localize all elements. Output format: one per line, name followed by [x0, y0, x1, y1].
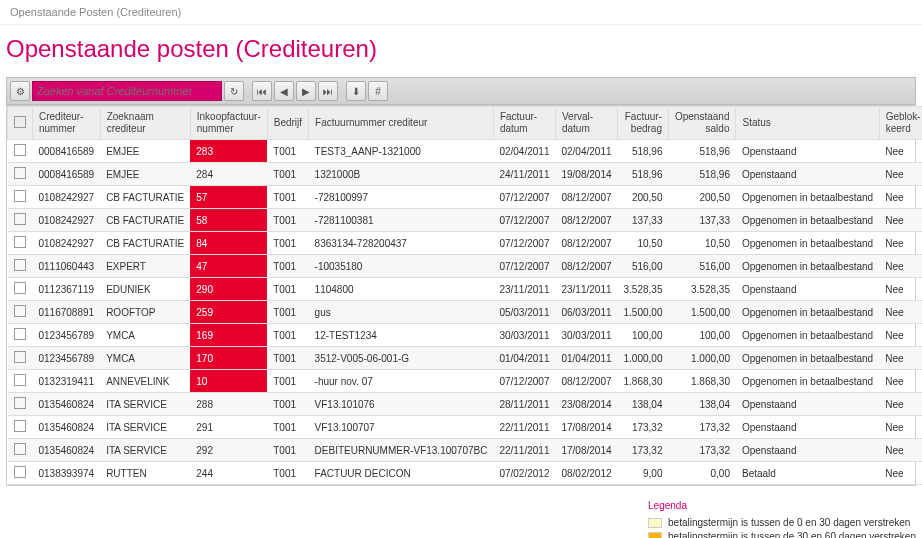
legend-text: betalingstermijn is tussen de 0 en 30 da… [668, 517, 910, 528]
table-row[interactable]: 0108242927CB FACTURATIE84T0018363134-728… [8, 232, 923, 255]
cell-factuurnummer: 8363134-728200437 [309, 232, 494, 255]
row-checkbox[interactable] [8, 462, 33, 485]
export-button[interactable]: ⬇ [346, 81, 366, 101]
nav-first-button[interactable]: ⏮ [252, 81, 272, 101]
cell-vervaldatum: 02/04/2011 [555, 140, 617, 163]
settings-button[interactable]: ⚙ [10, 81, 30, 101]
col-status[interactable]: Status [736, 107, 879, 140]
cell-inkoopfactuur: 169 [190, 324, 267, 347]
col-factuurnummer[interactable]: Factuurnummer crediteur [309, 107, 494, 140]
cell-zoeknaam: RUTTEN [100, 462, 190, 485]
col-factuurdatum[interactable]: Factuur- datum [493, 107, 555, 140]
col-factuurbedrag[interactable]: Factuur- bedrag [618, 107, 669, 140]
table-row[interactable]: 0112367119EDUNIEK290T001110480023/11/201… [8, 278, 923, 301]
row-checkbox[interactable] [8, 370, 33, 393]
cell-bedrijf: T001 [267, 370, 308, 393]
cell-factuurdatum: 30/03/2011 [493, 324, 555, 347]
row-checkbox[interactable] [8, 439, 33, 462]
col-openstaandsaldo[interactable]: Openstaand saldo [668, 107, 736, 140]
row-checkbox[interactable] [8, 301, 33, 324]
table-row[interactable]: 0008416589EMJEE283T001TEST3_AANP-1321000… [8, 140, 923, 163]
cell-factuurbedrag: 200,50 [618, 186, 669, 209]
cell-factuurnummer: 12-TEST1234 [309, 324, 494, 347]
cell-bedrijf: T001 [267, 301, 308, 324]
row-checkbox[interactable] [8, 186, 33, 209]
cell-geblokkeerd: Nee [879, 370, 922, 393]
cell-inkoopfactuur: 47 [190, 255, 267, 278]
cell-factuurnummer: FACTUUR DECICON [309, 462, 494, 485]
cell-factuurnummer: gus [309, 301, 494, 324]
cell-status: Betaald [736, 462, 879, 485]
cell-crediteurnummer: 0108242927 [33, 232, 101, 255]
row-checkbox[interactable] [8, 163, 33, 186]
cell-status: Opgenomen in betaalbestand [736, 186, 879, 209]
cell-factuurbedrag: 138,04 [618, 393, 669, 416]
cell-vervaldatum: 30/03/2011 [555, 324, 617, 347]
nav-last-button[interactable]: ⏭ [318, 81, 338, 101]
cell-vervaldatum: 08/12/2007 [555, 232, 617, 255]
col-crediteurnummer[interactable]: Crediteur- nummer [33, 107, 101, 140]
cell-status: Openstaand [736, 416, 879, 439]
cell-zoeknaam: ITA SERVICE [100, 393, 190, 416]
hash-button[interactable]: # [368, 81, 388, 101]
cell-status: Opgenomen in betaalbestand [736, 370, 879, 393]
col-bedrijf[interactable]: Bedrijf [267, 107, 308, 140]
cell-zoeknaam: EMJEE [100, 163, 190, 186]
cell-factuurbedrag: 1.000,00 [618, 347, 669, 370]
cell-zoeknaam: ANNEVELINK [100, 370, 190, 393]
table-row[interactable]: 0135460824ITA SERVICE292T001DEBITEURNUMM… [8, 439, 923, 462]
nav-prev-button[interactable]: ◀ [274, 81, 294, 101]
search-input[interactable] [32, 81, 222, 101]
cell-geblokkeerd: Nee [879, 186, 922, 209]
cell-inkoopfactuur: 283 [190, 140, 267, 163]
cell-zoeknaam: YMCA [100, 324, 190, 347]
table-row[interactable]: 0123456789YMCA170T0013512-V005-06-001-G0… [8, 347, 923, 370]
table-row[interactable]: 0132319411ANNEVELINK10T001-huur nov. 070… [8, 370, 923, 393]
cell-zoeknaam: ITA SERVICE [100, 416, 190, 439]
table-row[interactable]: 0108242927CB FACTURATIE58T001-7281100381… [8, 209, 923, 232]
col-zoeknaam[interactable]: Zoeknaam crediteur [100, 107, 190, 140]
cell-factuurdatum: 23/11/2011 [493, 278, 555, 301]
header-checkbox[interactable] [8, 107, 33, 140]
col-geblokkeerd[interactable]: Geblok- keerd [879, 107, 922, 140]
cell-inkoopfactuur: 57 [190, 186, 267, 209]
cell-factuurdatum: 07/02/2012 [493, 462, 555, 485]
cell-vervaldatum: 01/04/2011 [555, 347, 617, 370]
cell-vervaldatum: 08/12/2007 [555, 370, 617, 393]
cell-bedrijf: T001 [267, 140, 308, 163]
table-row[interactable]: 0116708891ROOFTOP259T001gus05/03/201106/… [8, 301, 923, 324]
row-checkbox[interactable] [8, 324, 33, 347]
table-row[interactable]: 0108242927CB FACTURATIE57T001-7281009970… [8, 186, 923, 209]
cell-zoeknaam: EMJEE [100, 140, 190, 163]
cell-factuurnummer: DEBITEURNUMMER-VF13.100707BC [309, 439, 494, 462]
legend: Legenda betalingstermijn is tussen de 0 … [648, 500, 916, 538]
table-row[interactable]: 0138393974RUTTEN244T001FACTUUR DECICON07… [8, 462, 923, 485]
row-checkbox[interactable] [8, 347, 33, 370]
cell-factuurbedrag: 9,00 [618, 462, 669, 485]
cell-inkoopfactuur: 290 [190, 278, 267, 301]
refresh-button[interactable]: ↻ [224, 81, 244, 101]
table-row[interactable]: 0123456789YMCA169T00112-TEST123430/03/20… [8, 324, 923, 347]
row-checkbox[interactable] [8, 416, 33, 439]
table-row[interactable]: 0135460824ITA SERVICE291T001VF13.1007072… [8, 416, 923, 439]
cell-status: Openstaand [736, 278, 879, 301]
cell-zoeknaam: ITA SERVICE [100, 439, 190, 462]
table-row[interactable]: 0135460824ITA SERVICE288T001VF13.1010762… [8, 393, 923, 416]
row-checkbox[interactable] [8, 255, 33, 278]
cell-bedrijf: T001 [267, 416, 308, 439]
table-row[interactable]: 0111060443EXPERT47T001-1003518007/12/200… [8, 255, 923, 278]
table-row[interactable]: 0008416589EMJEE284T0011321000B24/11/2011… [8, 163, 923, 186]
cell-inkoopfactuur: 10 [190, 370, 267, 393]
cell-crediteurnummer: 0112367119 [33, 278, 101, 301]
cell-bedrijf: T001 [267, 278, 308, 301]
cell-openstaandsaldo: 138,04 [668, 393, 736, 416]
row-checkbox[interactable] [8, 209, 33, 232]
row-checkbox[interactable] [8, 232, 33, 255]
col-vervaldatum[interactable]: Verval- datum [555, 107, 617, 140]
row-checkbox[interactable] [8, 393, 33, 416]
row-checkbox[interactable] [8, 278, 33, 301]
col-inkoopfactuur[interactable]: Inkoopfactuur- nummer [190, 107, 267, 140]
nav-next-button[interactable]: ▶ [296, 81, 316, 101]
row-checkbox[interactable] [8, 140, 33, 163]
cell-factuurbedrag: 100,00 [618, 324, 669, 347]
